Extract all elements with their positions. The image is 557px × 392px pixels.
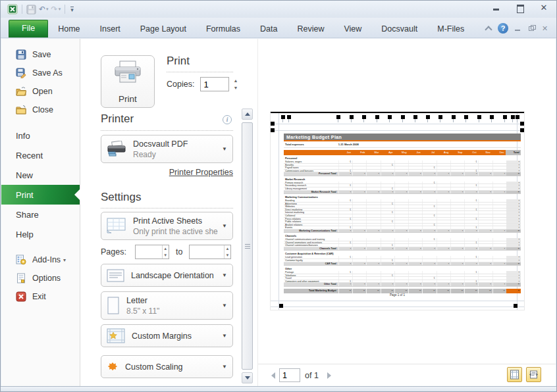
sidebar-item-add-ins[interactable]: Add-Ins▾ xyxy=(1,251,80,269)
column-handle[interactable] xyxy=(362,115,366,119)
row-cell xyxy=(408,170,422,172)
column-handle[interactable] xyxy=(388,115,392,119)
tab-file[interactable]: File xyxy=(9,20,48,37)
maximize-button[interactable] xyxy=(516,4,525,12)
workbook-restore-icon[interactable] xyxy=(528,25,536,32)
margin-handle[interactable] xyxy=(520,122,524,126)
column-handle[interactable] xyxy=(490,115,494,119)
tab-docsvault[interactable]: Docsvault xyxy=(371,21,427,37)
pages-to-input[interactable]: ▲▼ xyxy=(189,245,231,259)
undo-caret-icon[interactable]: ▾ xyxy=(46,7,49,12)
tab-m-files[interactable]: M-Files xyxy=(427,21,474,37)
column-handle[interactable] xyxy=(511,115,515,119)
margin-handle[interactable] xyxy=(279,304,283,308)
show-margins-toggle[interactable] xyxy=(507,367,522,382)
next-page-icon[interactable] xyxy=(327,372,331,379)
collapse-ribbon-icon[interactable] xyxy=(485,26,492,30)
column-handle[interactable] xyxy=(516,115,519,119)
margin-handle[interactable] xyxy=(271,128,275,132)
minimize-button[interactable] xyxy=(492,4,501,12)
row-cell xyxy=(492,164,506,166)
margins-select[interactable]: Custom Margins ▼ xyxy=(101,324,233,347)
scroll-down-icon[interactable] xyxy=(242,372,253,383)
column-handle[interactable] xyxy=(336,115,340,119)
column-handle[interactable] xyxy=(413,115,417,119)
column-handle[interactable] xyxy=(350,115,354,119)
printer-properties-link[interactable]: Printer Properties xyxy=(169,168,233,177)
row-cell xyxy=(366,220,380,223)
pages-from-input[interactable]: ▲▼ xyxy=(135,245,169,259)
save-icon[interactable] xyxy=(26,5,36,14)
pages-from-stepper[interactable]: ▲▼ xyxy=(162,245,169,258)
title-bar[interactable]: ↶▾ ↷▾ ▾ ✕ xyxy=(1,1,556,18)
column-handle[interactable] xyxy=(287,115,291,119)
column-handle[interactable] xyxy=(477,115,481,119)
workbook-minimize-icon[interactable] xyxy=(514,25,522,32)
settings-scrollbar[interactable] xyxy=(242,109,253,383)
excel-app-icon[interactable] xyxy=(7,4,18,14)
row-cell xyxy=(450,187,464,190)
tab-view[interactable]: View xyxy=(334,21,371,37)
column-handle[interactable] xyxy=(375,115,379,119)
sidebar-item-save[interactable]: Save xyxy=(1,45,80,64)
column-handle[interactable] xyxy=(401,115,405,119)
print-button-label: Print xyxy=(119,94,137,104)
row-cell xyxy=(422,160,436,163)
sidebar-item-recent[interactable]: Recent xyxy=(1,145,80,165)
row-cell xyxy=(352,256,366,258)
printer-select[interactable]: Docsvault PDF Ready ▼ xyxy=(101,135,233,163)
tab-data[interactable]: Data xyxy=(250,21,287,37)
margin-handle[interactable] xyxy=(271,122,275,126)
redo-icon[interactable]: ↷▾ xyxy=(51,5,61,14)
tab-home[interactable]: Home xyxy=(48,21,90,37)
margin-handle[interactable] xyxy=(514,304,517,308)
previous-page-icon[interactable] xyxy=(271,372,275,379)
row-cell xyxy=(338,238,352,241)
customize-qat-icon[interactable]: ▾ xyxy=(70,7,74,12)
row-cell: ▪ xyxy=(338,191,352,193)
undo-icon[interactable]: ↶▾ xyxy=(39,5,49,14)
close-button[interactable]: ✕ xyxy=(539,4,548,12)
tab-formulas[interactable]: Formulas xyxy=(196,21,250,37)
sidebar-item-share[interactable]: Share xyxy=(1,205,80,224)
sidebar-item-exit[interactable]: Exit xyxy=(1,287,80,306)
column-handle[interactable] xyxy=(426,115,430,119)
copies-stepper[interactable]: ▲▼ xyxy=(233,78,238,91)
sidebar-item-info[interactable]: Info xyxy=(1,126,80,145)
scaling-select[interactable]: Custom Scaling ▼ xyxy=(101,355,233,378)
pages-to-stepper[interactable]: ▲▼ xyxy=(224,245,231,258)
tab-review[interactable]: Review xyxy=(287,21,334,37)
help-icon[interactable]: ? xyxy=(498,23,508,34)
paper-size-select[interactable]: Letter 8.5" x 11" ▼ xyxy=(101,291,233,320)
sidebar-item-options[interactable]: Options xyxy=(1,269,80,287)
row-cell xyxy=(352,244,366,247)
row-cell: ▪ xyxy=(478,247,492,250)
column-handle[interactable] xyxy=(503,115,507,119)
sidebar-item-open[interactable]: Open xyxy=(1,82,80,101)
scrollbar-thumb[interactable] xyxy=(242,122,253,370)
sidebar-item-save-as[interactable]: Save As xyxy=(1,64,80,82)
paper-size-subtitle: 8.5" x 11" xyxy=(126,306,218,316)
tab-insert[interactable]: Insert xyxy=(90,21,130,37)
row-cell xyxy=(464,259,478,262)
scroll-up-icon[interactable] xyxy=(242,109,253,120)
tab-page-layout[interactable]: Page Layout xyxy=(130,21,196,37)
column-handle[interactable] xyxy=(438,115,442,119)
redo-caret-icon[interactable]: ▾ xyxy=(59,7,61,12)
sidebar-item-new[interactable]: New xyxy=(1,165,80,185)
margin-handle[interactable] xyxy=(520,128,524,132)
workbook-close-icon[interactable]: ✕ xyxy=(542,25,550,32)
column-handle[interactable] xyxy=(281,115,285,119)
column-handle[interactable] xyxy=(464,115,468,119)
column-handle[interactable] xyxy=(452,115,456,119)
sidebar-item-help[interactable]: Help xyxy=(1,224,80,244)
info-icon[interactable]: i xyxy=(223,115,232,124)
zoom-to-page-toggle[interactable] xyxy=(526,367,541,382)
print-what-select[interactable]: Print Active Sheets Only print the activ… xyxy=(101,212,233,240)
print-button[interactable]: Print xyxy=(101,55,155,108)
copies-input[interactable] xyxy=(200,77,229,91)
sidebar-item-print[interactable]: Print xyxy=(1,185,80,205)
current-page-input[interactable] xyxy=(279,368,300,382)
sidebar-item-close[interactable]: Close xyxy=(1,101,80,119)
orientation-select[interactable]: Landscape Orientation ▼ xyxy=(101,264,233,287)
